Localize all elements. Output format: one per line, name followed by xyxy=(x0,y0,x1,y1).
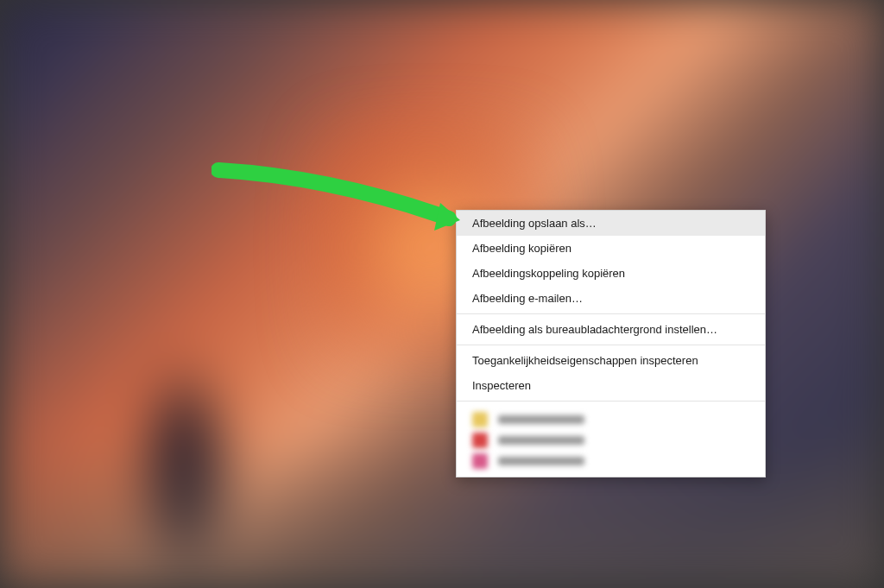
context-menu: Afbeelding opslaan als… Afbeelding kopië… xyxy=(456,210,766,477)
extension-icon xyxy=(472,433,488,448)
menu-separator xyxy=(457,401,765,401)
extension-icon xyxy=(472,453,488,469)
menu-item-save-image-as[interactable]: Afbeelding opslaan als… xyxy=(457,211,765,236)
extension-icon xyxy=(472,412,488,427)
blurred-label xyxy=(498,436,584,445)
menu-item-copy-image[interactable]: Afbeelding kopiëren xyxy=(457,236,765,261)
menu-separator xyxy=(457,345,765,345)
menu-item-inspect[interactable]: Inspecteren xyxy=(457,373,765,398)
menu-item-copy-image-link[interactable]: Afbeeldingskoppeling kopiëren xyxy=(457,261,765,286)
blurred-extension-item xyxy=(465,430,756,451)
menu-item-set-desktop-background[interactable]: Afbeelding als bureaubladachtergrond ins… xyxy=(457,317,765,342)
menu-item-inspect-accessibility[interactable]: Toegankelijkheidseigenschappen inspecter… xyxy=(457,348,765,373)
blurred-label xyxy=(498,415,584,424)
blurred-extension-item xyxy=(465,451,756,471)
blurred-extension-section xyxy=(457,404,765,477)
blurred-extension-item xyxy=(465,409,756,430)
blurred-label xyxy=(498,457,584,465)
menu-separator xyxy=(457,313,765,314)
menu-item-email-image[interactable]: Afbeelding e-mailen… xyxy=(457,286,765,311)
